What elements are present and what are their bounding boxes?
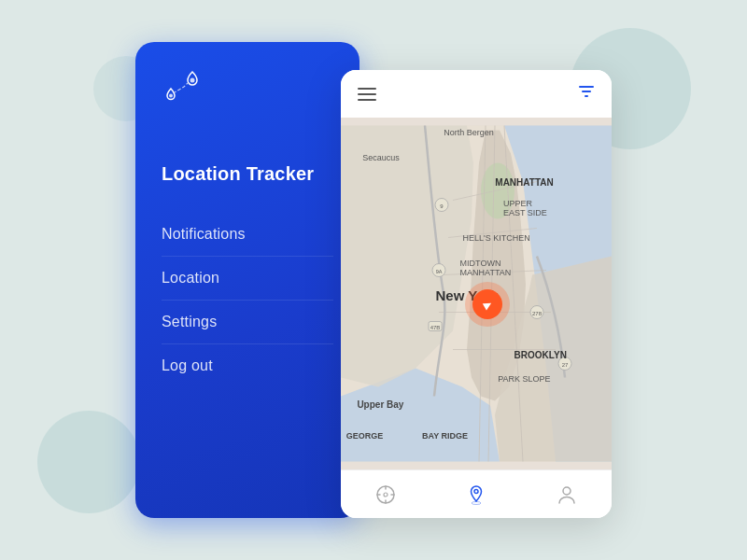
left-panel: Location Tracker Notifications Location … <box>135 42 359 518</box>
map-header <box>341 70 612 118</box>
svg-line-4 <box>175 90 179 92</box>
nav-item-location[interactable]: Location <box>162 256 333 300</box>
logo-area <box>162 70 333 107</box>
nav-item-settings[interactable]: Settings <box>162 300 333 343</box>
hamburger-menu-icon[interactable] <box>358 88 376 101</box>
nav-item-notifications[interactable]: Notifications <box>162 213 333 256</box>
location-pin[interactable]: ► <box>472 289 502 319</box>
svg-line-2 <box>184 83 188 87</box>
navigation-arrow-icon: ► <box>478 294 497 314</box>
map-area[interactable]: 9 278 27 9A 47B North Bergen Secaucus MA… <box>341 118 612 469</box>
svg-text:47B: 47B <box>430 325 441 330</box>
svg-point-31 <box>474 489 478 493</box>
filter-icon[interactable] <box>578 83 595 105</box>
svg-text:27: 27 <box>562 362 569 368</box>
bg-decoration-2 <box>37 411 140 513</box>
app-logo-icon <box>162 70 208 107</box>
svg-point-1 <box>169 94 173 98</box>
svg-line-3 <box>179 87 184 90</box>
bottom-nav-location[interactable] <box>458 476 495 513</box>
svg-point-0 <box>190 78 195 83</box>
svg-point-32 <box>472 501 481 504</box>
main-container: Location Tracker Notifications Location … <box>135 42 612 518</box>
bottom-nav-profile[interactable] <box>548 476 585 513</box>
app-title: Location Tracker <box>162 163 333 185</box>
bottom-nav <box>341 469 612 518</box>
svg-text:9A: 9A <box>436 269 443 274</box>
right-panel: 9 278 27 9A 47B North Bergen Secaucus MA… <box>341 70 612 518</box>
svg-point-33 <box>563 487 571 495</box>
svg-point-6 <box>481 163 514 219</box>
bottom-nav-compass[interactable] <box>367 476 404 513</box>
nav-menu: Notifications Location Settings Log out <box>162 213 333 387</box>
nav-item-logout[interactable]: Log out <box>162 343 333 387</box>
svg-point-26 <box>384 493 388 497</box>
svg-text:278: 278 <box>532 311 543 316</box>
